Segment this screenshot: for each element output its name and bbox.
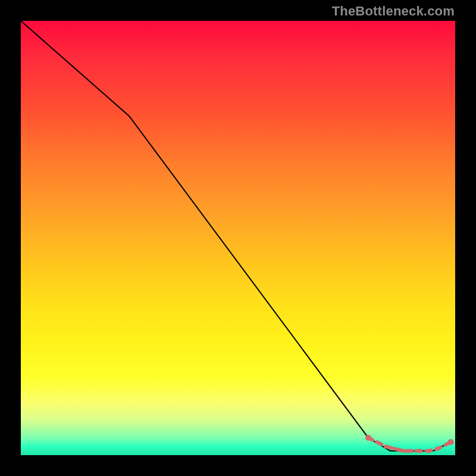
- flat-segment-markers: [365, 435, 454, 453]
- svg-point-8: [436, 447, 440, 450]
- bottleneck-curve: [21, 21, 451, 451]
- svg-point-9: [448, 439, 454, 445]
- svg-point-5: [410, 449, 414, 453]
- chart-stage: TheBottleneck.com: [0, 0, 476, 476]
- svg-point-2: [384, 444, 387, 448]
- plot-area: [21, 21, 455, 455]
- svg-point-1: [375, 440, 378, 444]
- svg-point-4: [401, 449, 405, 453]
- svg-point-7: [427, 449, 431, 453]
- watermark-text: TheBottleneck.com: [332, 4, 455, 19]
- svg-point-3: [393, 447, 396, 450]
- chart-overlay: [21, 21, 455, 455]
- svg-point-0: [365, 435, 371, 441]
- svg-point-6: [418, 449, 422, 453]
